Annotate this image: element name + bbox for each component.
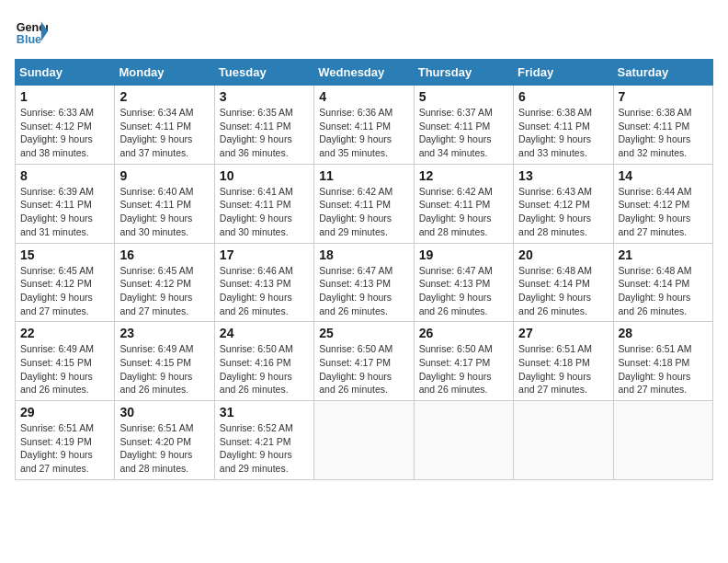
day-info: Sunrise: 6:52 AMSunset: 4:21 PMDaylight:…: [220, 421, 309, 476]
day-number: 27: [518, 326, 608, 340]
calendar-cell: 16Sunrise: 6:45 AMSunset: 4:12 PMDayligh…: [115, 243, 214, 322]
day-info: Sunrise: 6:36 AMSunset: 4:11 PMDaylight:…: [319, 106, 408, 160]
day-number: 14: [619, 168, 708, 183]
day-number: 29: [20, 405, 109, 419]
day-info: Sunrise: 6:34 AMSunset: 4:11 PMDaylight:…: [119, 106, 209, 160]
day-info: Sunrise: 6:48 AMSunset: 4:14 PMDaylight:…: [518, 264, 608, 318]
day-info: Sunrise: 6:45 AMSunset: 4:12 PMDaylight:…: [20, 264, 109, 318]
calendar-cell: 29Sunrise: 6:51 AMSunset: 4:19 PMDayligh…: [16, 401, 115, 480]
calendar-cell: 20Sunrise: 6:48 AMSunset: 4:14 PMDayligh…: [514, 243, 613, 322]
day-number: 3: [220, 89, 309, 104]
day-info: Sunrise: 6:46 AMSunset: 4:13 PMDaylight:…: [220, 264, 309, 318]
day-header-sunday: Sunday: [16, 60, 115, 86]
day-info: Sunrise: 6:48 AMSunset: 4:14 PMDaylight:…: [619, 264, 708, 318]
header: General Blue: [15, 15, 713, 48]
day-number: 30: [119, 405, 209, 419]
calendar-cell: 5Sunrise: 6:37 AMSunset: 4:11 PMDaylight…: [414, 86, 513, 165]
calendar-cell: 12Sunrise: 6:42 AMSunset: 4:11 PMDayligh…: [414, 164, 513, 243]
logo: General Blue: [15, 15, 48, 48]
calendar-cell: 31Sunrise: 6:52 AMSunset: 4:21 PMDayligh…: [214, 401, 313, 480]
day-info: Sunrise: 6:49 AMSunset: 4:15 PMDaylight:…: [119, 342, 209, 396]
calendar-cell: 8Sunrise: 6:39 AMSunset: 4:11 PMDaylight…: [16, 164, 115, 243]
calendar-cell: 18Sunrise: 6:47 AMSunset: 4:13 PMDayligh…: [314, 243, 414, 322]
calendar-cell: 19Sunrise: 6:47 AMSunset: 4:13 PMDayligh…: [414, 243, 513, 322]
calendar-cell: [314, 401, 414, 480]
day-info: Sunrise: 6:40 AMSunset: 4:11 PMDaylight:…: [119, 185, 209, 239]
calendar-cell: [414, 401, 513, 480]
day-info: Sunrise: 6:47 AMSunset: 4:13 PMDaylight:…: [319, 264, 408, 318]
day-number: 2: [119, 89, 209, 104]
day-number: 5: [419, 89, 508, 104]
calendar-cell: 9Sunrise: 6:40 AMSunset: 4:11 PMDaylight…: [115, 164, 214, 243]
day-number: 13: [518, 168, 608, 183]
calendar-week-2: 8Sunrise: 6:39 AMSunset: 4:11 PMDaylight…: [16, 164, 713, 243]
calendar-cell: 26Sunrise: 6:50 AMSunset: 4:17 PMDayligh…: [414, 322, 513, 401]
day-info: Sunrise: 6:42 AMSunset: 4:11 PMDaylight:…: [419, 185, 508, 239]
day-info: Sunrise: 6:44 AMSunset: 4:12 PMDaylight:…: [619, 185, 708, 239]
day-info: Sunrise: 6:33 AMSunset: 4:12 PMDaylight:…: [20, 106, 109, 160]
day-header-monday: Monday: [115, 60, 214, 86]
calendar-table: SundayMondayTuesdayWednesdayThursdayFrid…: [15, 59, 713, 480]
day-number: 10: [220, 168, 309, 183]
day-info: Sunrise: 6:37 AMSunset: 4:11 PMDaylight:…: [419, 106, 508, 160]
day-number: 15: [20, 247, 109, 262]
day-header-saturday: Saturday: [613, 60, 712, 86]
day-number: 11: [319, 168, 408, 183]
day-number: 4: [319, 89, 408, 104]
calendar-cell: 10Sunrise: 6:41 AMSunset: 4:11 PMDayligh…: [214, 164, 313, 243]
day-info: Sunrise: 6:35 AMSunset: 4:11 PMDaylight:…: [220, 106, 309, 160]
day-number: 28: [619, 326, 708, 340]
header-row: SundayMondayTuesdayWednesdayThursdayFrid…: [16, 60, 713, 86]
day-info: Sunrise: 6:42 AMSunset: 4:11 PMDaylight:…: [319, 185, 408, 239]
day-number: 23: [119, 326, 209, 340]
day-number: 9: [119, 168, 209, 183]
calendar-cell: [514, 401, 613, 480]
day-number: 16: [119, 247, 209, 262]
calendar-cell: 28Sunrise: 6:51 AMSunset: 4:18 PMDayligh…: [613, 322, 712, 401]
calendar-week-3: 15Sunrise: 6:45 AMSunset: 4:12 PMDayligh…: [16, 243, 713, 322]
calendar-cell: 13Sunrise: 6:43 AMSunset: 4:12 PMDayligh…: [514, 164, 613, 243]
day-info: Sunrise: 6:51 AMSunset: 4:19 PMDaylight:…: [20, 421, 109, 476]
logo-icon: General Blue: [15, 15, 48, 48]
day-info: Sunrise: 6:38 AMSunset: 4:11 PMDaylight:…: [518, 106, 608, 160]
calendar-cell: 24Sunrise: 6:50 AMSunset: 4:16 PMDayligh…: [214, 322, 313, 401]
day-info: Sunrise: 6:50 AMSunset: 4:16 PMDaylight:…: [220, 342, 309, 396]
day-number: 8: [20, 168, 109, 183]
calendar-cell: 17Sunrise: 6:46 AMSunset: 4:13 PMDayligh…: [214, 243, 313, 322]
calendar-cell: 2Sunrise: 6:34 AMSunset: 4:11 PMDaylight…: [115, 86, 214, 165]
day-number: 21: [619, 247, 708, 262]
calendar-cell: 25Sunrise: 6:50 AMSunset: 4:17 PMDayligh…: [314, 322, 414, 401]
day-info: Sunrise: 6:51 AMSunset: 4:18 PMDaylight:…: [518, 342, 608, 396]
day-header-friday: Friday: [514, 60, 613, 86]
calendar-cell: 15Sunrise: 6:45 AMSunset: 4:12 PMDayligh…: [16, 243, 115, 322]
calendar-cell: 6Sunrise: 6:38 AMSunset: 4:11 PMDaylight…: [514, 86, 613, 165]
day-info: Sunrise: 6:41 AMSunset: 4:11 PMDaylight:…: [220, 185, 309, 239]
day-number: 6: [518, 89, 608, 104]
day-header-wednesday: Wednesday: [314, 60, 414, 86]
day-number: 25: [319, 326, 408, 340]
day-info: Sunrise: 6:50 AMSunset: 4:17 PMDaylight:…: [419, 342, 508, 396]
calendar-cell: 4Sunrise: 6:36 AMSunset: 4:11 PMDaylight…: [314, 86, 414, 165]
day-number: 1: [20, 89, 109, 104]
calendar-cell: [613, 401, 712, 480]
day-info: Sunrise: 6:39 AMSunset: 4:11 PMDaylight:…: [20, 185, 109, 239]
day-number: 24: [220, 326, 309, 340]
calendar-cell: 3Sunrise: 6:35 AMSunset: 4:11 PMDaylight…: [214, 86, 313, 165]
day-info: Sunrise: 6:51 AMSunset: 4:18 PMDaylight:…: [619, 342, 708, 396]
day-info: Sunrise: 6:45 AMSunset: 4:12 PMDaylight:…: [119, 264, 209, 318]
calendar-cell: 22Sunrise: 6:49 AMSunset: 4:15 PMDayligh…: [16, 322, 115, 401]
day-info: Sunrise: 6:38 AMSunset: 4:11 PMDaylight:…: [619, 106, 708, 160]
day-info: Sunrise: 6:50 AMSunset: 4:17 PMDaylight:…: [319, 342, 408, 396]
calendar-cell: 7Sunrise: 6:38 AMSunset: 4:11 PMDaylight…: [613, 86, 712, 165]
calendar-week-4: 22Sunrise: 6:49 AMSunset: 4:15 PMDayligh…: [16, 322, 713, 401]
calendar-cell: 30Sunrise: 6:51 AMSunset: 4:20 PMDayligh…: [115, 401, 214, 480]
day-number: 12: [419, 168, 508, 183]
calendar-cell: 21Sunrise: 6:48 AMSunset: 4:14 PMDayligh…: [613, 243, 712, 322]
calendar-week-1: 1Sunrise: 6:33 AMSunset: 4:12 PMDaylight…: [16, 86, 713, 165]
day-info: Sunrise: 6:47 AMSunset: 4:13 PMDaylight:…: [419, 264, 508, 318]
day-info: Sunrise: 6:51 AMSunset: 4:20 PMDaylight:…: [119, 421, 209, 476]
svg-text:Blue: Blue: [17, 33, 41, 46]
calendar-cell: 14Sunrise: 6:44 AMSunset: 4:12 PMDayligh…: [613, 164, 712, 243]
day-number: 19: [419, 247, 508, 262]
day-info: Sunrise: 6:49 AMSunset: 4:15 PMDaylight:…: [20, 342, 109, 396]
